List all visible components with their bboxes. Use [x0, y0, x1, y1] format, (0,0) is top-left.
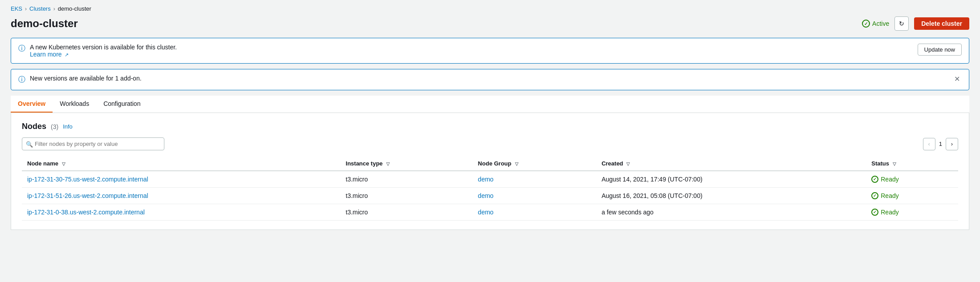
cell-status-2: Ready	[866, 188, 958, 204]
tab-workloads[interactable]: Workloads	[53, 96, 96, 113]
ready-check-icon-2	[871, 192, 878, 199]
breadcrumb-clusters[interactable]: Clusters	[29, 5, 51, 12]
cell-created-2: August 16, 2021, 05:08 (UTC-07:00)	[596, 188, 866, 204]
node-name-link-1[interactable]: ip-172-31-30-75.us-west-2.compute.intern…	[27, 176, 148, 183]
cell-node-name-2: ip-172-31-51-26.us-west-2.compute.intern…	[22, 188, 340, 204]
tab-configuration[interactable]: Configuration	[96, 96, 147, 113]
alert2-left: ⓘ New versions are available for 1 add-o…	[18, 75, 142, 85]
col-status: Status ▽	[866, 157, 958, 171]
delete-cluster-button[interactable]: Delete cluster	[914, 17, 969, 30]
breadcrumb-eks[interactable]: EKS	[11, 5, 22, 12]
alert1-text: A new Kubernetes version is available fo…	[30, 44, 177, 58]
tab-overview[interactable]: Overview	[11, 96, 53, 113]
status-check-icon	[862, 20, 870, 28]
cell-node-name-1: ip-172-31-30-75.us-west-2.compute.intern…	[22, 171, 340, 188]
tabs-container: Overview Workloads Configuration	[11, 96, 969, 113]
cell-instance-type-3: t3.micro	[340, 204, 473, 221]
sort-icon-instance-type[interactable]: ▽	[386, 161, 390, 166]
tabs: Overview Workloads Configuration	[11, 96, 969, 113]
search-icon: 🔍	[26, 141, 33, 147]
status-ready-2: Ready	[871, 192, 953, 199]
sort-icon-status[interactable]: ▽	[893, 161, 896, 166]
nodes-table: Node name ▽ Instance type ▽ Node Group ▽…	[22, 157, 958, 221]
node-group-link-3[interactable]: demo	[478, 209, 494, 216]
cell-instance-type-1: t3.micro	[340, 171, 473, 188]
node-group-link-2[interactable]: demo	[478, 192, 494, 199]
col-instance-type: Instance type ▽	[340, 157, 473, 171]
sort-icon-node-group[interactable]: ▽	[515, 161, 519, 166]
filter-row: 🔍 ‹ 1 ›	[22, 137, 958, 150]
cell-instance-type-2: t3.micro	[340, 188, 473, 204]
cell-node-group-2: demo	[473, 188, 596, 204]
cell-created-1: August 14, 2021, 17:49 (UTC-07:00)	[596, 171, 866, 188]
page-header: demo-cluster Active ↻ Delete cluster	[11, 16, 969, 31]
cluster-status: Active	[862, 20, 889, 28]
ready-check-icon-1	[871, 176, 878, 183]
page-title: demo-cluster	[11, 17, 78, 30]
external-link-icon: ↗	[65, 52, 69, 57]
node-name-link-3[interactable]: ip-172-31-0-38.us-west-2.compute.interna…	[27, 209, 145, 216]
pagination: ‹ 1 ›	[923, 138, 958, 150]
cell-node-name-3: ip-172-31-0-38.us-west-2.compute.interna…	[22, 204, 340, 221]
status-ready-1: Ready	[871, 176, 953, 183]
col-created: Created ▽	[596, 157, 866, 171]
header-actions: Active ↻ Delete cluster	[862, 16, 969, 31]
col-node-name: Node name ▽	[22, 157, 340, 171]
node-group-link-1[interactable]: demo	[478, 176, 494, 183]
node-name-link-2[interactable]: ip-172-31-51-26.us-west-2.compute.intern…	[27, 192, 148, 199]
status-label: Active	[872, 20, 889, 27]
breadcrumb-sep-2: ›	[53, 6, 55, 12]
pagination-next-button[interactable]: ›	[946, 138, 958, 150]
cell-status-1: Ready	[866, 171, 958, 188]
nodes-info-link[interactable]: Info	[63, 123, 73, 130]
ready-check-icon-3	[871, 209, 878, 216]
cell-created-3: a few seconds ago	[596, 204, 866, 221]
alert2-icon: ⓘ	[18, 75, 25, 85]
status-text-2: Ready	[881, 192, 898, 199]
table-body: ip-172-31-30-75.us-west-2.compute.intern…	[22, 171, 958, 221]
alert2-text: New versions are available for 1 add-on.	[30, 75, 142, 82]
status-text-1: Ready	[881, 176, 898, 183]
table-head: Node name ▽ Instance type ▽ Node Group ▽…	[22, 157, 958, 171]
cell-node-group-3: demo	[473, 204, 596, 221]
cell-node-group-1: demo	[473, 171, 596, 188]
table-row: ip-172-31-30-75.us-west-2.compute.intern…	[22, 171, 958, 188]
kubernetes-update-alert: ⓘ A new Kubernetes version is available …	[11, 38, 969, 64]
pagination-page-number: 1	[939, 141, 942, 147]
update-now-button[interactable]: Update now	[918, 44, 962, 56]
alert1-left: ⓘ A new Kubernetes version is available …	[18, 44, 177, 58]
status-text-3: Ready	[881, 209, 898, 216]
breadcrumb: EKS › Clusters › demo-cluster	[11, 5, 969, 12]
filter-nodes-input[interactable]	[22, 137, 164, 150]
alert1-learn-more-link[interactable]: Learn more ↗	[30, 51, 69, 58]
breadcrumb-current: demo-cluster	[58, 5, 91, 12]
nodes-title: Nodes	[22, 122, 46, 131]
alert2-close-button[interactable]: ✕	[952, 75, 962, 83]
refresh-icon: ↻	[899, 20, 904, 27]
pagination-prev-button[interactable]: ‹	[923, 138, 935, 150]
col-node-group: Node Group ▽	[473, 157, 596, 171]
nodes-count: (3)	[51, 123, 58, 130]
breadcrumb-sep-1: ›	[25, 6, 27, 12]
alert1-icon: ⓘ	[18, 44, 25, 53]
table-row: ip-172-31-0-38.us-west-2.compute.interna…	[22, 204, 958, 221]
filter-input-wrapper: 🔍	[22, 137, 164, 150]
sort-icon-created[interactable]: ▽	[626, 161, 630, 166]
table-header-row: Node name ▽ Instance type ▽ Node Group ▽…	[22, 157, 958, 171]
sort-icon-node-name[interactable]: ▽	[62, 161, 65, 166]
status-ready-3: Ready	[871, 209, 953, 216]
table-row: ip-172-31-51-26.us-west-2.compute.intern…	[22, 188, 958, 204]
main-content: Nodes (3) Info 🔍 ‹ 1 › Node name ▽	[11, 113, 969, 230]
cell-status-3: Ready	[866, 204, 958, 221]
refresh-button[interactable]: ↻	[894, 16, 909, 31]
nodes-section-header: Nodes (3) Info	[22, 122, 958, 131]
addon-update-alert: ⓘ New versions are available for 1 add-o…	[11, 69, 969, 90]
